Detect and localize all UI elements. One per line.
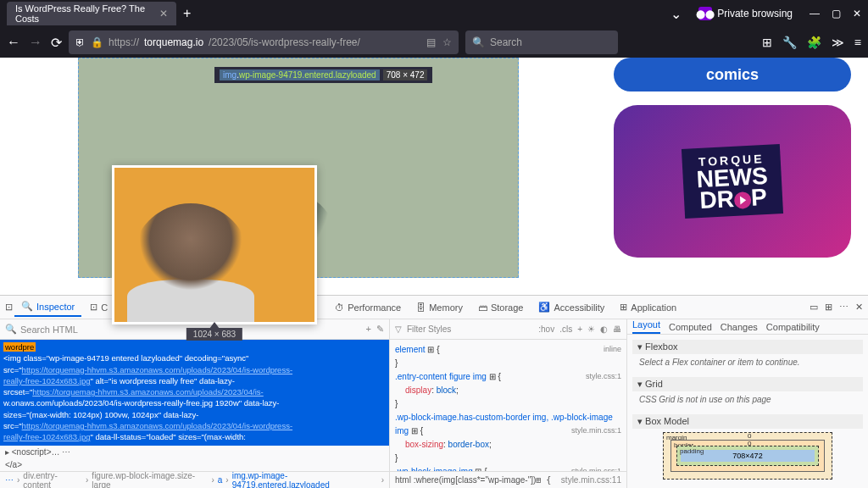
flexbox-section[interactable]: ▾ Flexbox [632, 340, 863, 354]
more-icon[interactable]: ⋯ [839, 302, 849, 313]
styles-filter[interactable]: ▽ Filter Styles :hov .cls + ☀ ◐ 🖶 [390, 319, 626, 340]
new-tab-icon[interactable]: + [183, 6, 191, 21]
dock-icon[interactable]: ⊞ [825, 302, 832, 313]
reader-icon[interactable]: ▤ [426, 36, 436, 48]
html-panel: 🔍 Search HTML + ✎ wordpre <img class="wp… [0, 319, 390, 488]
extension-icon[interactable]: ⊞ [762, 36, 772, 49]
tab-changes[interactable]: Changes [721, 322, 758, 332]
inspect-tooltip: img.wp-image-94719.entered.lazyloaded 70… [214, 67, 432, 83]
tab-title: Is WordPress Really Free? The Costs [15, 3, 154, 24]
layout-panel: Layout Computed Changes Compatibility ▾ … [627, 319, 868, 488]
tab-compat[interactable]: Compatibility [766, 322, 820, 332]
tab-performance[interactable]: ⏱ Performance [328, 299, 408, 316]
back-icon[interactable]: ← [7, 35, 20, 51]
tab-layout[interactable]: Layout [632, 319, 660, 334]
bookmark-icon[interactable]: ☆ [442, 36, 452, 48]
chevron-down-icon[interactable]: ⌄ [670, 6, 682, 22]
close-icon[interactable]: ✕ [853, 8, 861, 19]
tab-storage[interactable]: 🗃 Storage [471, 299, 531, 316]
layout-tabs: Layout Computed Changes Compatibility [627, 319, 868, 335]
light-icon[interactable]: ☀ [587, 324, 595, 334]
maximize-icon[interactable]: ▢ [832, 8, 841, 19]
responsive-icon[interactable]: ▭ [810, 302, 818, 313]
styles-panel: ▽ Filter Styles :hov .cls + ☀ ◐ 🖶 elemen… [390, 319, 627, 488]
boxmodel-section[interactable]: ▾ Box Model [632, 414, 863, 429]
tab-computed[interactable]: Computed [669, 322, 712, 332]
tab-memory[interactable]: 🗄 Memory [409, 299, 470, 316]
tab-inspector[interactable]: 🔍 Inspector [14, 297, 81, 317]
page-sidebar: comics TORQUE NEWS DRP [597, 58, 868, 295]
widget-newsdrops[interactable]: TORQUE NEWS DRP [614, 105, 851, 258]
play-icon [734, 191, 752, 208]
add-icon[interactable]: + [366, 324, 371, 335]
lock-icon[interactable]: 🔒 [91, 36, 103, 48]
tab-close-icon[interactable]: ✕ [159, 8, 168, 19]
private-browsing-indicator: ⬤⬤ Private browsing [698, 7, 793, 20]
widget-comics[interactable]: comics [614, 58, 851, 92]
tab-console[interactable]: ⊡ C [83, 298, 114, 316]
devtools-close-icon[interactable]: ✕ [855, 302, 863, 313]
eyedropper-icon[interactable]: ✎ [376, 324, 384, 335]
box-model-diagram: margin 0 border 0 padding 708×472 [663, 432, 832, 483]
tab-accessibility[interactable]: ♿ Accessibility [531, 298, 611, 316]
close-a-node[interactable]: </a> [0, 458, 389, 471]
pick-element-icon[interactable]: ⊡ [5, 302, 13, 313]
contrast-icon[interactable]: ◐ [600, 324, 608, 334]
overflow-icon[interactable]: ≫ [832, 36, 844, 49]
tab-application[interactable]: ⊞ Application [613, 298, 683, 316]
noscript-node[interactable]: ▸ <noscript>… ⋯ [0, 446, 389, 458]
image-preview-tooltip: 1024 × 683 [112, 165, 317, 324]
html-source[interactable]: wordpre <img class="wp-image-94719 enter… [0, 340, 389, 446]
grid-section[interactable]: ▾ Grid [632, 377, 863, 391]
browser-toolbar: ← → ⟳ ⛨ 🔒 https://torquemag.io/2023/05/i… [0, 27, 868, 58]
css-rules[interactable]: element ⊞ {inline}.entry-content figure … [390, 340, 626, 471]
minimize-icon[interactable]: — [810, 8, 820, 19]
styles-bottom: html :where(img[class*="wp-image-"]) ⊞ {… [390, 471, 626, 488]
search-icon: 🔍 [5, 324, 17, 335]
wrench-icon[interactable]: 🔧 [782, 36, 797, 49]
reload-icon[interactable]: ⟳ [51, 35, 62, 51]
browser-tab[interactable]: Is WordPress Really Free? The Costs ✕ [7, 2, 176, 25]
menu-icon[interactable]: ≡ [854, 36, 861, 49]
thumb-dimensions: 1024 × 683 [186, 328, 242, 341]
dom-breadcrumb[interactable]: ⋯› div.entry-content› figure.wp-block-im… [0, 471, 389, 488]
search-bar[interactable]: 🔍 Search [465, 30, 618, 54]
shield-icon[interactable]: ⛨ [75, 36, 86, 48]
filter-icon: ▽ [395, 324, 402, 334]
url-bar[interactable]: ⛨ 🔒 https://torquemag.io/2023/05/is-word… [69, 30, 459, 54]
titlebar: Is WordPress Really Free? The Costs ✕ + … [0, 0, 868, 27]
search-icon: 🔍 [472, 36, 485, 48]
print-icon[interactable]: 🖶 [613, 324, 621, 334]
puzzle-icon[interactable]: 🧩 [807, 36, 821, 49]
mask-icon: ⬤⬤ [698, 7, 712, 20]
forward-icon[interactable]: → [29, 35, 42, 51]
